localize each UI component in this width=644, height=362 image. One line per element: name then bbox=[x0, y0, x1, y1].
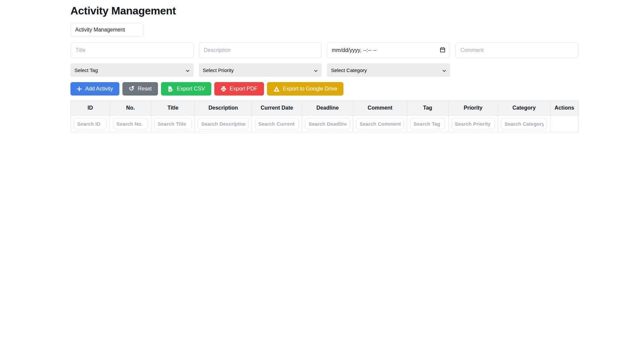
add-activity-button[interactable]: Add Activity bbox=[70, 82, 119, 96]
priority-select-value: Select Priority bbox=[203, 67, 234, 73]
filter-selects-row: Select Tag Select Priority Select Catego… bbox=[70, 63, 578, 77]
actions-search-cell bbox=[550, 116, 579, 132]
reset-icon: ↺ bbox=[129, 85, 135, 92]
chevron-down-icon bbox=[442, 67, 446, 73]
chevron-down-icon bbox=[186, 67, 190, 73]
button-label: Export PDF bbox=[230, 86, 258, 92]
activities-table: ID No. Title Description Current Date De… bbox=[70, 100, 579, 132]
google-drive-icon bbox=[273, 86, 280, 92]
button-label: Export CSV bbox=[177, 86, 205, 92]
search-category-input[interactable] bbox=[501, 118, 547, 129]
table-header-row: ID No. Title Description Current Date De… bbox=[71, 101, 579, 116]
export-google-drive-button[interactable]: Export to Google Drive bbox=[267, 82, 344, 96]
file-export-icon bbox=[167, 86, 173, 92]
chevron-down-icon bbox=[314, 67, 318, 73]
column-header-category: Category bbox=[498, 101, 550, 116]
column-header-no: No. bbox=[110, 101, 151, 116]
calendar-icon[interactable] bbox=[440, 47, 445, 54]
column-header-deadline: Deadline bbox=[302, 101, 353, 116]
action-toolbar: Add Activity ↺ Reset Export CSV bbox=[70, 82, 578, 96]
search-current-date-input[interactable] bbox=[255, 118, 299, 129]
description-filter-input[interactable] bbox=[199, 43, 322, 58]
datetime-value: mm/dd/yyyy, --:-- -- bbox=[332, 47, 377, 53]
table-search-row bbox=[71, 116, 579, 132]
column-header-tag: Tag bbox=[407, 101, 448, 116]
priority-select[interactable]: Select Priority bbox=[199, 63, 322, 77]
button-label: Export to Google Drive bbox=[283, 86, 337, 92]
column-header-priority: Priority bbox=[448, 101, 498, 116]
search-no-input[interactable] bbox=[113, 118, 148, 129]
column-header-comment: Comment bbox=[353, 101, 407, 116]
tag-select[interactable]: Select Tag bbox=[70, 63, 194, 77]
search-comment-input[interactable] bbox=[356, 118, 404, 129]
column-header-id: ID bbox=[71, 101, 110, 116]
title-filter-input[interactable] bbox=[70, 43, 194, 58]
search-priority-input[interactable] bbox=[451, 118, 495, 129]
activity-management-page: Activity Management mm/dd/yyyy, --:-- --… bbox=[0, 0, 578, 132]
column-header-actions: Actions bbox=[550, 101, 579, 116]
comment-filter-input[interactable] bbox=[455, 43, 579, 58]
list-name-input[interactable] bbox=[70, 23, 143, 37]
column-header-current-date: Current Date bbox=[252, 101, 302, 116]
button-label: Add Activity bbox=[85, 86, 113, 92]
deadline-datetime-input[interactable]: mm/dd/yyyy, --:-- -- bbox=[327, 43, 450, 58]
page-title: Activity Management bbox=[70, 5, 578, 17]
plus-icon bbox=[77, 86, 82, 92]
search-title-input[interactable] bbox=[154, 118, 192, 129]
column-header-description: Description bbox=[195, 101, 252, 116]
filter-inputs-row: mm/dd/yyyy, --:-- -- bbox=[70, 43, 578, 58]
column-header-title: Title bbox=[151, 101, 195, 116]
export-csv-button[interactable]: Export CSV bbox=[161, 82, 211, 96]
category-select-value: Select Category bbox=[331, 67, 367, 73]
search-id-input[interactable] bbox=[74, 118, 107, 129]
search-tag-input[interactable] bbox=[410, 118, 445, 129]
search-deadline-input[interactable] bbox=[305, 118, 350, 129]
category-select[interactable]: Select Category bbox=[327, 63, 450, 77]
printer-icon bbox=[221, 86, 226, 92]
reset-button[interactable]: ↺ Reset bbox=[122, 82, 158, 96]
search-description-input[interactable] bbox=[198, 118, 249, 129]
export-pdf-button[interactable]: Export PDF bbox=[214, 82, 264, 96]
tag-select-value: Select Tag bbox=[74, 67, 98, 73]
button-label: Reset bbox=[138, 86, 152, 92]
